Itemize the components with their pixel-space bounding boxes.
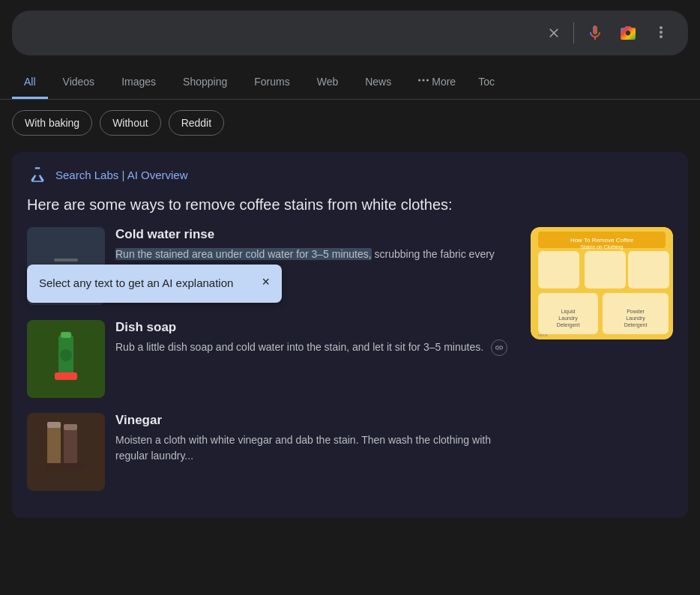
tab-news[interactable]: News xyxy=(353,67,403,99)
svg-rect-20 xyxy=(585,251,626,289)
vinegar-desc: Moisten a cloth with white vinegar and d… xyxy=(115,432,516,464)
tab-images[interactable]: Images xyxy=(109,67,168,99)
nav-tabs: All Videos Images Shopping Forums Web Ne… xyxy=(0,66,700,100)
ai-overview-title: Search Labs | AI Overview xyxy=(55,169,187,181)
tooltip-text: Select any text to get an AI explanation xyxy=(39,275,233,292)
result-item-vinegar: Vinegar Moisten a cloth with white vineg… xyxy=(27,413,516,491)
svg-text:Detergent: Detergent xyxy=(624,322,648,328)
svg-rect-19 xyxy=(538,251,579,289)
ai-overview-header: Search Labs | AI Overview xyxy=(27,164,673,185)
svg-rect-10 xyxy=(47,426,61,467)
vinegar-thumb xyxy=(27,413,105,491)
tab-videos[interactable]: Videos xyxy=(51,67,107,99)
filter-chips: With baking Without Reddit xyxy=(0,100,700,146)
vinegar-content: Vinegar Moisten a cloth with white vineg… xyxy=(115,413,516,491)
tab-web[interactable]: Web xyxy=(305,67,351,99)
svg-text:Liquid: Liquid xyxy=(561,309,576,315)
side-image-inner: How To Remove Coffee Stains on Clothing … xyxy=(531,227,673,339)
svg-rect-21 xyxy=(628,251,669,289)
chip-reddit[interactable]: Reddit xyxy=(169,110,224,136)
mic-button[interactable] xyxy=(583,21,607,45)
result-item-cold-water: Cold water rinse Run the stained area un… xyxy=(27,227,516,305)
svg-rect-12 xyxy=(46,463,87,469)
chip-with-baking[interactable]: With baking xyxy=(12,110,92,136)
highlighted-text[interactable]: Run the stained area under cold water fo… xyxy=(115,248,372,260)
tooltip-close-button[interactable]: × xyxy=(256,275,270,289)
svg-rect-3 xyxy=(54,259,78,262)
svg-rect-14 xyxy=(64,424,77,430)
svg-point-2 xyxy=(426,79,429,81)
search-bar: how to remove coffee stains from white c… xyxy=(12,10,688,55)
tab-more[interactable]: More xyxy=(406,66,468,99)
divider xyxy=(573,22,574,43)
flask-icon xyxy=(27,164,48,185)
svg-rect-7 xyxy=(61,332,71,338)
search-input[interactable]: how to remove coffee stains from white c… xyxy=(27,25,534,41)
dish-soap-thumb xyxy=(27,320,105,398)
svg-text:Laundry: Laundry xyxy=(558,315,578,321)
more-dots-icon xyxy=(418,75,429,88)
svg-text:ource: ource xyxy=(538,333,548,337)
ai-overview-section: Search Labs | AI Overview Here are some … xyxy=(12,152,688,518)
svg-rect-9 xyxy=(55,372,77,380)
svg-text:Laundry: Laundry xyxy=(626,315,645,321)
dish-soap-desc: Rub a little dish soap and cold water in… xyxy=(115,339,516,356)
svg-text:How To Remove Coffee: How To Remove Coffee xyxy=(570,237,634,244)
svg-text:Stains on Clothing: Stains on Clothing xyxy=(581,244,624,250)
svg-rect-13 xyxy=(47,422,61,428)
svg-text:Powder: Powder xyxy=(627,309,645,314)
tab-all[interactable]: All xyxy=(12,67,48,99)
svg-rect-11 xyxy=(64,429,77,467)
results-list: Cold water rinse Run the stained area un… xyxy=(27,227,516,506)
dish-soap-title: Dish soap xyxy=(115,320,516,335)
side-infographic: How To Remove Coffee Stains on Clothing … xyxy=(531,227,673,339)
tab-forums[interactable]: Forums xyxy=(242,67,301,99)
ai-overview-heading: Here are some ways to remove coffee stai… xyxy=(27,194,522,215)
svg-point-0 xyxy=(418,79,420,81)
svg-point-1 xyxy=(423,79,425,81)
chip-without[interactable]: Without xyxy=(100,110,160,136)
svg-text:Detergent: Detergent xyxy=(557,322,580,328)
tab-shopping[interactable]: Shopping xyxy=(171,67,239,99)
svg-point-8 xyxy=(60,349,72,361)
clear-button[interactable] xyxy=(543,22,564,43)
cold-water-title: Cold water rinse xyxy=(115,227,516,242)
dish-soap-content: Dish soap Rub a little dish soap and col… xyxy=(115,320,516,398)
link-icon[interactable] xyxy=(491,339,507,356)
extra-button[interactable] xyxy=(649,21,673,45)
result-item-dish-soap: Dish soap Rub a little dish soap and col… xyxy=(27,320,516,398)
vinegar-title: Vinegar xyxy=(115,413,516,428)
camera-button[interactable] xyxy=(616,21,640,45)
tab-toc[interactable]: Toc xyxy=(471,67,502,99)
cold-water-content: Cold water rinse Run the stained area un… xyxy=(115,227,516,305)
results-layout: Cold water rinse Run the stained area un… xyxy=(27,227,673,506)
ai-tooltip-popup: Select any text to get an AI explanation… xyxy=(27,265,282,303)
